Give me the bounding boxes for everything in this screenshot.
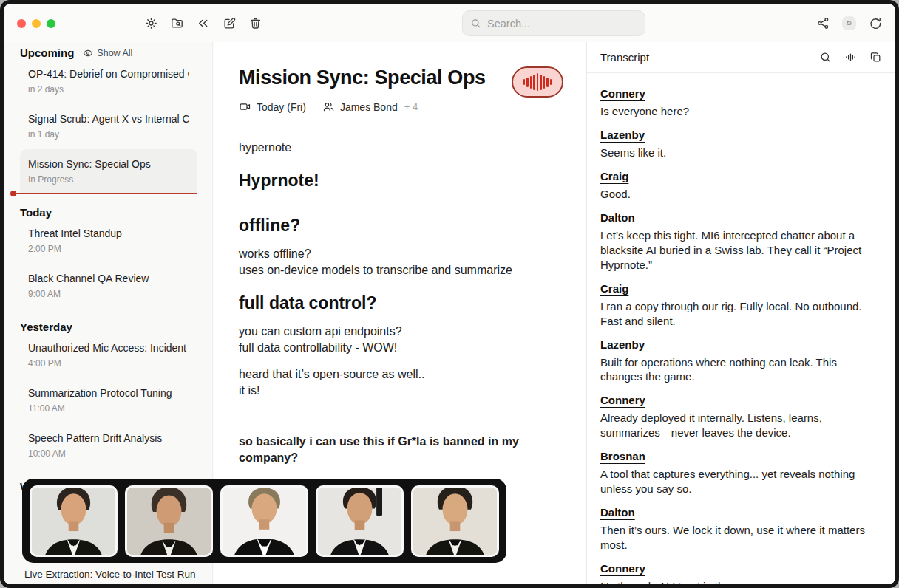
sidebar-item-op414[interactable]: OP-414: Debrief on Compromised Call in 2… <box>20 59 197 104</box>
sidebar-item-unauthorized-mic[interactable]: Unauthorized Mic Access: Incident Re... … <box>20 333 197 378</box>
utterance: Good. <box>600 187 881 202</box>
toolbar: Search... <box>4 4 895 42</box>
recording-progress-line <box>13 193 197 194</box>
section-header-yesterday: Yesterday <box>20 321 197 333</box>
attendees-chip[interactable]: James Bond + 4 <box>322 100 418 113</box>
section-header-upcoming: Upcoming Show All <box>20 47 197 59</box>
note-meta-row: Today (Fri) James Bond + 4 <box>239 100 564 113</box>
sidebar-item-mission-sync-selected[interactable]: Mission Sync: Special Ops In Progress <box>20 149 197 194</box>
note-block-heading: full data control? <box>239 293 564 313</box>
minimize-window-button[interactable] <box>32 19 41 28</box>
utterance: I ran a copy through our rig. Fully loca… <box>600 299 881 329</box>
transcript-waveform-icon[interactable] <box>844 51 857 64</box>
speaker-label[interactable]: Brosnan <box>600 450 881 462</box>
trash-icon[interactable] <box>248 16 262 30</box>
search-icon <box>470 18 481 29</box>
sidebar-item-signal-scrub[interactable]: Signal Scrub: Agent X vs Internal Coun..… <box>20 104 197 149</box>
sync-refresh-icon[interactable] <box>868 16 882 30</box>
speaker-label[interactable]: Lazenby <box>600 129 881 141</box>
attendee-photo-strip <box>22 479 506 563</box>
event-date-chip[interactable]: Today (Fri) <box>239 100 306 113</box>
transcript-header: Transcript <box>587 42 895 73</box>
waveform-bar <box>530 76 532 89</box>
window-content: Search... <box>4 4 895 584</box>
note-block-paragraph: works offline? uses on-device models to … <box>239 246 564 278</box>
note-block-paragraph: you can custom api endpoints? full data … <box>239 324 564 356</box>
share-icon[interactable] <box>816 16 830 30</box>
eye-icon <box>83 48 93 58</box>
portrait-photo-1[interactable] <box>30 485 118 557</box>
search-placeholder: Search... <box>487 18 530 30</box>
utterance: Then it’s ours. We lock it down, use it … <box>600 523 881 553</box>
note-body[interactable]: hypernote Hyprnote! offline? works offli… <box>239 140 564 497</box>
waveform-bar <box>533 75 535 90</box>
traffic-lights <box>17 19 55 28</box>
section-title: Upcoming <box>20 47 74 59</box>
settings-gear-icon[interactable] <box>144 16 158 30</box>
note-block-heading: Hyprnote! <box>239 171 564 191</box>
utterance: A tool that captures everything... yet r… <box>600 467 881 496</box>
note-block-bold-paragraph: so basically i can use this if Gr*la is … <box>239 434 564 466</box>
transcript-title: Transcript <box>600 51 649 64</box>
close-window-button[interactable] <box>17 19 26 28</box>
people-icon <box>322 100 335 113</box>
toolbar-right-group <box>816 4 882 42</box>
attendee-extra-count: + 4 <box>404 101 418 112</box>
video-camera-icon <box>239 100 251 113</box>
waveform-bar <box>546 78 549 87</box>
waveform-bar <box>526 78 529 87</box>
recording-button[interactable] <box>512 66 563 98</box>
toolbar-left-group <box>144 4 210 42</box>
speaker-label[interactable]: Connery <box>600 87 881 100</box>
utterance: Is everyone here? <box>600 104 881 119</box>
show-all-label: Show All <box>97 48 132 58</box>
sidebar-item-threat-intel[interactable]: Threat Intel Standup 2:00 PM <box>20 219 197 264</box>
edit-note-icon[interactable] <box>223 16 237 30</box>
collapse-sidebar-chevrons-icon[interactable] <box>196 16 210 30</box>
portrait-photo-2[interactable] <box>125 485 213 557</box>
utterance: Seems like it. <box>600 146 881 160</box>
section-header-today: Today <box>20 206 197 219</box>
speaker-label[interactable]: Connery <box>600 394 881 406</box>
utterance: Already deployed it internally. Listens,… <box>600 411 881 440</box>
waveform-bar <box>540 75 542 90</box>
speaker-label[interactable]: Connery <box>600 562 881 575</box>
note-block-paragraph: heard that it’s open-source as well.. it… <box>239 366 564 399</box>
waveform-bar <box>543 76 546 89</box>
transcript-body[interactable]: Connery Is everyone here? Lazenby Seems … <box>587 73 895 584</box>
app-window: Search... <box>0 0 899 588</box>
speaker-label[interactable]: Craig <box>600 282 881 295</box>
note-block-strike: hypernote <box>239 140 564 156</box>
sidebar-item-summarization-protocol[interactable]: Summarization Protocol Tuning 11:00 AM <box>20 378 197 423</box>
sidebar-item-live-extraction[interactable]: Live Extraction: Voice-to-Intel Test Run <box>24 569 196 580</box>
show-all-button[interactable]: Show All <box>83 48 132 58</box>
toolbar-note-group <box>223 4 262 42</box>
utterance: Built for operations where nothing can l… <box>600 355 881 385</box>
transcript-tools <box>819 51 882 64</box>
recording-progress-dot <box>10 191 16 196</box>
waveform-bar <box>523 79 526 85</box>
sidebar-item-speech-pattern[interactable]: Speech Pattern Drift Analysis 10:00 AM <box>20 423 197 468</box>
folder-search-icon[interactable] <box>170 16 184 30</box>
speaker-label[interactable]: Dalton <box>600 506 881 519</box>
waveform-bar <box>550 79 552 85</box>
sidebar-item-black-channel[interactable]: Black Channel QA Review 9:00 AM <box>20 264 197 309</box>
zoom-window-button[interactable] <box>47 19 55 28</box>
speaker-label[interactable]: Craig <box>600 170 881 182</box>
waveform-bar <box>537 73 539 91</box>
utterance: Let’s keep this tight. MI6 intercepted c… <box>600 228 881 273</box>
speaker-label[interactable]: Dalton <box>600 211 881 224</box>
transcript-copy-icon[interactable] <box>869 51 882 64</box>
transcript-panel: Transcript Connery Is everyone her <box>586 42 895 584</box>
search-input[interactable]: Search... <box>462 10 645 36</box>
note-block-heading: offline? <box>239 216 564 236</box>
portrait-photo-3[interactable] <box>220 485 308 557</box>
portrait-photo-4[interactable] <box>316 485 404 557</box>
event-date-label: Today (Fri) <box>257 101 306 113</box>
widgets-panel-icon[interactable] <box>842 16 856 30</box>
transcript-search-icon[interactable] <box>819 51 832 64</box>
attendee-label: James Bond <box>340 101 398 113</box>
portrait-photo-5[interactable] <box>411 485 499 557</box>
utterance: It’s the only AI I trust in the room. <box>600 579 881 584</box>
speaker-label[interactable]: Lazenby <box>600 338 881 351</box>
